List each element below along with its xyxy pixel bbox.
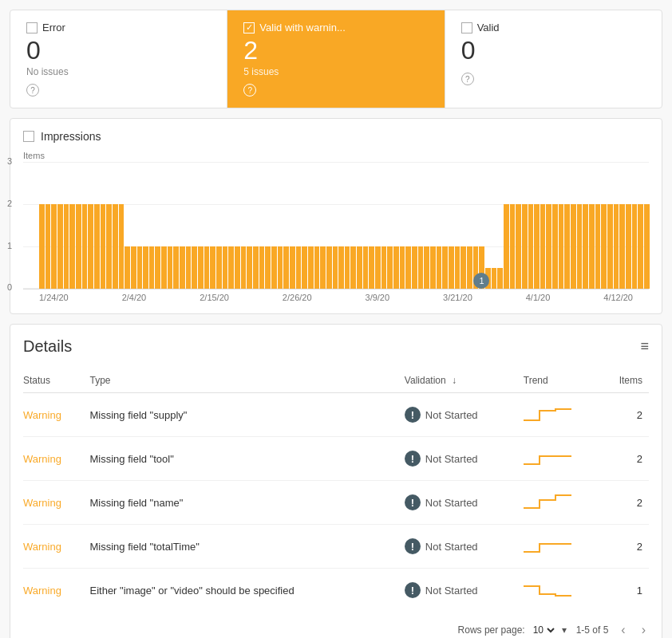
bar-55 <box>375 246 381 289</box>
chart-section: Impressions Items 3 2 1 0 1 1/24/ <box>10 118 662 314</box>
validation-cell-2: ! Not Started <box>405 481 524 525</box>
validation-status-2: Not Started <box>425 497 478 509</box>
warning-badge-1: ! <box>405 451 421 467</box>
bar-75 <box>497 268 503 289</box>
validation-status-0: Not Started <box>425 409 478 421</box>
warning-link-3[interactable]: Warning <box>23 541 61 553</box>
bar-66 <box>442 246 448 289</box>
rows-per-page-select[interactable]: 10 25 50 <box>530 624 557 636</box>
bar-34 <box>247 246 252 289</box>
error-help-icon[interactable]: ? <box>26 84 39 96</box>
bar-86 <box>564 204 570 289</box>
bar-26 <box>198 246 204 289</box>
bar-92 <box>601 204 607 289</box>
status-card-error[interactable]: Error 0 No issues ? <box>10 10 227 108</box>
warning-badge-4: ! <box>405 582 421 598</box>
bar-35 <box>253 246 259 289</box>
validation-status-4: Not Started <box>425 585 478 597</box>
chart-title: Impressions <box>41 130 101 143</box>
bar-59 <box>400 246 405 289</box>
bar-79 <box>522 204 528 289</box>
bar-1 <box>45 204 51 289</box>
type-cell-4: Either "image" or "video" should be spec… <box>89 569 404 612</box>
chart-body: 3 2 1 0 1 <box>23 162 649 289</box>
bar-30 <box>223 246 228 289</box>
status-cell-2: Warning <box>23 481 89 525</box>
rows-per-page: Rows per page: 10 25 50 ▾ <box>458 624 567 636</box>
warning-checkbox[interactable]: ✓ <box>243 22 255 33</box>
trend-cell-2 <box>524 481 604 525</box>
warning-count: 2 <box>243 37 428 65</box>
impressions-checkbox[interactable] <box>23 131 34 142</box>
items-cell-0: 2 <box>604 393 649 437</box>
status-card-warning[interactable]: ✓ Valid with warnin... 2 5 issues ? <box>227 10 445 108</box>
valid-checkbox[interactable] <box>461 22 472 33</box>
bar-63 <box>424 246 429 289</box>
valid-help-icon[interactable]: ? <box>461 73 474 85</box>
pagination: Rows per page: 10 25 50 ▾ 1-5 of 5 ‹ › <box>23 621 649 638</box>
bar-95 <box>619 204 625 289</box>
bar-45 <box>314 246 320 289</box>
next-page-button[interactable]: › <box>638 621 649 638</box>
x-label-5: 3/9/20 <box>366 293 390 302</box>
filter-icon[interactable]: ≡ <box>640 338 649 355</box>
bar-88 <box>577 204 583 289</box>
x-label-7: 4/1/20 <box>526 293 551 302</box>
bar-65 <box>437 246 442 289</box>
warning-link-1[interactable]: Warning <box>23 453 61 465</box>
error-issues: No issues <box>26 66 211 77</box>
bar-62 <box>418 246 424 289</box>
bar-5 <box>69 204 75 289</box>
bar-41 <box>290 246 295 289</box>
bar-17 <box>143 246 148 289</box>
warning-help-icon[interactable]: ? <box>243 84 256 96</box>
bar-0 <box>39 204 45 289</box>
bar-18 <box>149 246 155 289</box>
error-checkbox[interactable] <box>26 22 38 33</box>
x-label-6: 3/21/20 <box>443 293 472 302</box>
col-items: Items <box>604 368 649 393</box>
x-label-2: 2/4/20 <box>122 293 147 302</box>
bar-36 <box>259 246 265 289</box>
bar-69 <box>461 246 466 289</box>
status-card-valid[interactable]: Valid 0 ? <box>445 10 662 108</box>
warning-link-0[interactable]: Warning <box>23 409 61 421</box>
col-status: Status <box>23 368 89 393</box>
table-row: Warning Missing field "supply" ! Not Sta… <box>23 393 649 437</box>
details-table: Status Type Validation ↓ Trend Items War… <box>23 368 649 612</box>
bar-67 <box>449 246 454 289</box>
bar-98 <box>638 204 643 289</box>
valid-count: 0 <box>461 37 646 65</box>
bar-44 <box>308 246 314 289</box>
warning-link-4[interactable]: Warning <box>23 585 61 597</box>
bar-20 <box>161 246 167 289</box>
bar-6 <box>76 204 81 289</box>
status-cell-3: Warning <box>23 525 89 569</box>
details-header: Details ≡ <box>23 337 649 356</box>
y-axis-label: Items <box>23 151 649 160</box>
error-label: Error <box>42 22 65 33</box>
col-validation: Validation ↓ <box>405 368 524 393</box>
bar-61 <box>412 246 417 289</box>
bar-42 <box>296 246 302 289</box>
validation-cell-1: ! Not Started <box>405 437 524 481</box>
type-cell-3: Missing field "totalTime" <box>89 525 404 569</box>
validation-cell-3: ! Not Started <box>405 525 524 569</box>
x-label-8: 4/12/20 <box>603 293 633 302</box>
validation-cell-4: ! Not Started <box>405 569 524 612</box>
bar-96 <box>626 204 631 289</box>
validation-sort-icon[interactable]: ↓ <box>452 375 457 386</box>
bar-50 <box>345 246 350 289</box>
bar-93 <box>607 204 613 289</box>
bar-27 <box>204 246 210 289</box>
bar-47 <box>326 246 332 289</box>
prev-page-button[interactable]: ‹ <box>618 621 628 638</box>
bar-37 <box>265 246 271 289</box>
page-info: 1-5 of 5 <box>576 624 609 636</box>
bar-82 <box>540 204 546 289</box>
warning-link-2[interactable]: Warning <box>23 497 61 509</box>
bar-89 <box>583 204 588 289</box>
chart-area: Items 3 2 1 0 1 1/24/20 2/4/20 2/ <box>23 151 649 302</box>
trend-cell-0 <box>524 393 604 437</box>
bar-16 <box>137 246 143 289</box>
